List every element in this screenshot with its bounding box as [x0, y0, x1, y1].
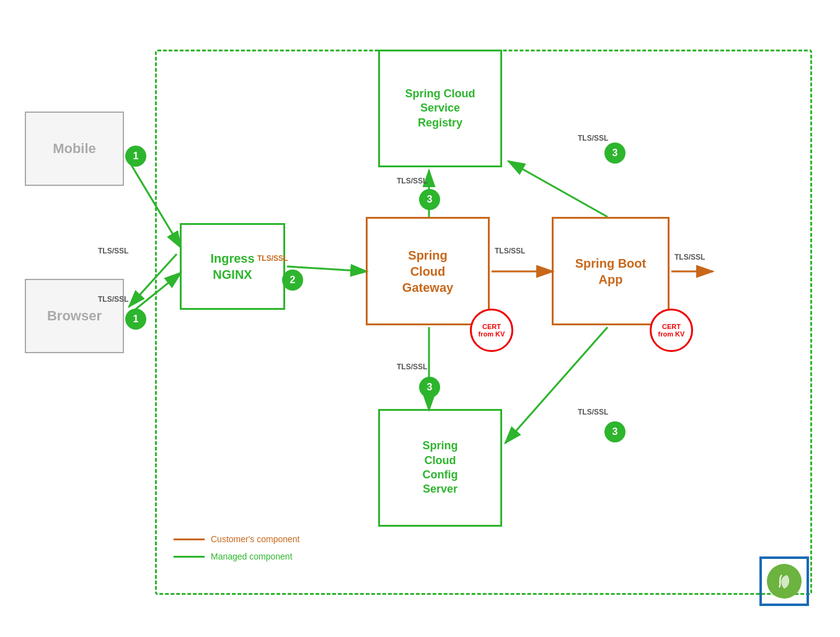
springboot-box: Spring Boot App — [552, 217, 670, 325]
tls-label-4: TLS/SSL — [495, 247, 525, 255]
spring-logo-outer — [759, 556, 809, 606]
tls-label-3c: TLS/SSL — [578, 134, 608, 143]
nginx-label: Ingress NGINX — [210, 250, 254, 283]
tls-label-5: TLS/SSL — [674, 253, 705, 261]
cert-label-4: CERTfrom KV — [479, 323, 505, 338]
config-label: Spring Cloud Config Server — [423, 439, 458, 497]
legend: Customer's component Managed component — [174, 534, 300, 569]
legend-managed: Managed component — [174, 551, 300, 561]
nginx-box: Ingress NGINX — [180, 223, 285, 310]
tls-label-3b: TLS/SSL — [397, 362, 427, 371]
badge-3a: 3 — [419, 189, 440, 210]
tls-label-1a: TLS/SSL — [98, 247, 128, 255]
registry-box: Spring Cloud Service Registry — [378, 50, 502, 167]
badge-1a: 1 — [125, 146, 146, 167]
mobile-label: Mobile — [53, 140, 96, 158]
tls-label-1b: TLS/SSL — [98, 295, 128, 304]
spring-logo — [759, 556, 809, 606]
mobile-box: Mobile — [25, 112, 124, 186]
legend-customer-label: Customer's component — [211, 534, 300, 544]
badge-3c: 3 — [604, 143, 626, 164]
legend-line-managed — [174, 556, 205, 558]
browser-box: Browser — [25, 279, 124, 353]
springboot-label: Spring Boot App — [575, 255, 646, 288]
legend-customer: Customer's component — [174, 534, 300, 544]
gateway-label: Spring Cloud Gateway — [402, 247, 453, 296]
tls-label-3d: TLS/SSL — [578, 408, 608, 416]
cert-label-5: CERTfrom KV — [658, 323, 685, 338]
gateway-box: Spring Cloud Gateway — [366, 217, 490, 325]
tls-label-2: TLS/SSL — [257, 254, 288, 263]
legend-line-customer — [174, 538, 205, 540]
browser-label: Browser — [47, 307, 102, 325]
cert-circle-4: CERTfrom KV — [470, 309, 513, 352]
badge-3d: 3 — [604, 421, 626, 442]
spring-logo-inner — [767, 564, 802, 599]
config-box: Spring Cloud Config Server — [378, 409, 502, 527]
cert-circle-5: CERTfrom KV — [650, 309, 693, 352]
badge-3b: 3 — [419, 377, 440, 398]
badge-1b: 1 — [125, 309, 146, 330]
registry-label: Spring Cloud Service Registry — [405, 87, 475, 130]
legend-managed-label: Managed component — [211, 551, 293, 561]
badge-2: 2 — [282, 270, 303, 291]
spring-leaf-icon — [773, 570, 795, 592]
diagram-container: Mobile Browser Ingress NGINX Spring Clou… — [12, 12, 828, 625]
tls-label-3a: TLS/SSL — [397, 177, 427, 185]
